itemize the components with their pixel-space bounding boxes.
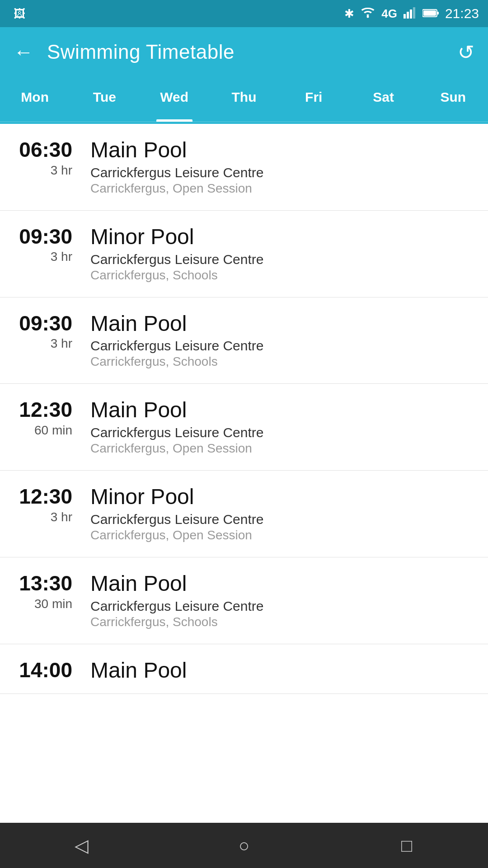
session-time: 09:30 bbox=[19, 225, 72, 248]
session-time: 14:00 bbox=[19, 659, 72, 682]
session-pool: Minor Pool bbox=[90, 225, 474, 249]
session-venue: Carrickfergus Leisure Centre bbox=[90, 599, 474, 614]
tab-sun[interactable]: Sun bbox=[418, 77, 488, 122]
tab-thu[interactable]: Thu bbox=[209, 77, 279, 122]
session-time: 06:30 bbox=[19, 138, 72, 161]
app-bar: ← Swimming Timetable ↺ bbox=[0, 27, 488, 77]
nav-recent-button[interactable]: □ bbox=[380, 832, 434, 859]
battery-icon bbox=[422, 7, 439, 21]
list-item[interactable]: 09:30 3 hr Main Pool Carrickfergus Leisu… bbox=[0, 297, 488, 384]
bottom-nav: ◁ ○ □ bbox=[0, 823, 488, 868]
app-bar-title: Swimming Timetable bbox=[47, 41, 444, 63]
session-pool: Main Pool bbox=[90, 572, 474, 596]
tab-fri[interactable]: Fri bbox=[279, 77, 348, 122]
session-duration: 3 hr bbox=[51, 510, 72, 524]
session-type: Carrickfergus, Open Session bbox=[90, 528, 474, 542]
photo-icon: 🖼 bbox=[14, 7, 25, 21]
svg-rect-2 bbox=[407, 12, 409, 19]
session-venue: Carrickfergus Leisure Centre bbox=[90, 165, 474, 180]
session-pool: Minor Pool bbox=[90, 485, 474, 509]
session-info: Main Pool Carrickfergus Leisure Centre C… bbox=[81, 312, 474, 369]
session-time: 12:30 bbox=[19, 398, 72, 421]
day-tabs: Mon Tue Wed Thu Fri Sat Sun bbox=[0, 77, 488, 122]
session-type: Carrickfergus, Schools bbox=[90, 354, 474, 369]
tab-tue[interactable]: Tue bbox=[70, 77, 139, 122]
session-time: 12:30 bbox=[19, 485, 72, 508]
refresh-button[interactable]: ↺ bbox=[458, 41, 474, 64]
svg-rect-4 bbox=[413, 7, 415, 19]
svg-rect-6 bbox=[437, 12, 439, 14]
svg-rect-7 bbox=[423, 10, 436, 16]
session-venue: Carrickfergus Leisure Centre bbox=[90, 425, 474, 440]
session-duration: 3 hr bbox=[51, 250, 72, 264]
time-block: 14:00 bbox=[9, 659, 72, 682]
list-item[interactable]: 09:30 3 hr Minor Pool Carrickfergus Leis… bbox=[0, 211, 488, 297]
session-duration: 3 hr bbox=[51, 336, 72, 351]
time-block: 13:30 30 min bbox=[9, 572, 72, 611]
status-bar: 🖼 ✱ 4G 21:23 bbox=[0, 0, 488, 27]
session-venue: Carrickfergus Leisure Centre bbox=[90, 252, 474, 267]
nav-back-button[interactable]: ◁ bbox=[54, 832, 108, 859]
session-duration: 30 min bbox=[34, 597, 72, 611]
nav-home-button[interactable]: ○ bbox=[217, 832, 271, 859]
session-pool: Main Pool bbox=[90, 398, 474, 422]
list-item[interactable]: 14:00 Main Pool bbox=[0, 644, 488, 694]
time-block: 12:30 60 min bbox=[9, 398, 72, 438]
signal-4g-icon: 4G bbox=[381, 7, 397, 21]
back-button[interactable]: ← bbox=[14, 41, 33, 63]
session-pool: Main Pool bbox=[90, 659, 474, 683]
session-info: Minor Pool Carrickfergus Leisure Centre … bbox=[81, 485, 474, 542]
signal-bars-icon bbox=[404, 6, 416, 22]
session-duration: 3 hr bbox=[51, 163, 72, 178]
session-time: 13:30 bbox=[19, 572, 72, 595]
session-info: Main Pool Carrickfergus Leisure Centre C… bbox=[81, 398, 474, 456]
list-item[interactable]: 06:30 3 hr Main Pool Carrickfergus Leisu… bbox=[0, 124, 488, 211]
svg-point-0 bbox=[367, 15, 369, 18]
status-bar-right: ✱ 4G 21:23 bbox=[344, 6, 479, 22]
list-item[interactable]: 12:30 60 min Main Pool Carrickfergus Lei… bbox=[0, 384, 488, 471]
tab-sat[interactable]: Sat bbox=[348, 77, 418, 122]
svg-rect-1 bbox=[404, 14, 406, 19]
session-info: Main Pool bbox=[81, 659, 474, 685]
session-pool: Main Pool bbox=[90, 138, 474, 162]
time-block: 09:30 3 hr bbox=[9, 312, 72, 351]
session-venue: Carrickfergus Leisure Centre bbox=[90, 512, 474, 527]
session-list: 06:30 3 hr Main Pool Carrickfergus Leisu… bbox=[0, 124, 488, 694]
time-block: 09:30 3 hr bbox=[9, 225, 72, 264]
list-item[interactable]: 13:30 30 min Main Pool Carrickfergus Lei… bbox=[0, 557, 488, 644]
list-item[interactable]: 12:30 3 hr Minor Pool Carrickfergus Leis… bbox=[0, 471, 488, 557]
session-type: Carrickfergus, Schools bbox=[90, 615, 474, 629]
status-bar-left: 🖼 bbox=[14, 7, 25, 21]
wifi-icon bbox=[361, 6, 375, 21]
tab-wed[interactable]: Wed bbox=[140, 77, 209, 122]
session-type: Carrickfergus, Schools bbox=[90, 268, 474, 283]
svg-rect-3 bbox=[410, 9, 412, 19]
session-info: Main Pool Carrickfergus Leisure Centre C… bbox=[81, 572, 474, 629]
session-pool: Main Pool bbox=[90, 312, 474, 336]
status-time: 21:23 bbox=[445, 6, 479, 21]
time-block: 12:30 3 hr bbox=[9, 485, 72, 524]
session-info: Minor Pool Carrickfergus Leisure Centre … bbox=[81, 225, 474, 283]
bluetooth-icon: ✱ bbox=[344, 7, 354, 21]
session-duration: 60 min bbox=[34, 423, 72, 438]
session-info: Main Pool Carrickfergus Leisure Centre C… bbox=[81, 138, 474, 196]
time-block: 06:30 3 hr bbox=[9, 138, 72, 178]
session-venue: Carrickfergus Leisure Centre bbox=[90, 338, 474, 354]
session-type: Carrickfergus, Open Session bbox=[90, 441, 474, 456]
session-time: 09:30 bbox=[19, 312, 72, 335]
tab-mon[interactable]: Mon bbox=[0, 77, 70, 122]
session-type: Carrickfergus, Open Session bbox=[90, 181, 474, 196]
